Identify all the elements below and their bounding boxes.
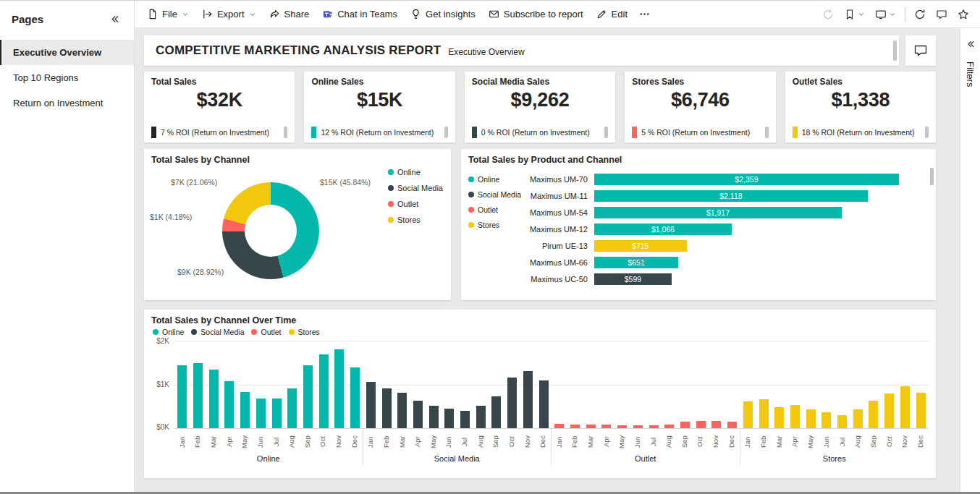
- column-bar[interactable]: [287, 388, 297, 428]
- column-bar[interactable]: [507, 378, 517, 428]
- column-bar[interactable]: [491, 396, 501, 428]
- column-bar[interactable]: [884, 393, 894, 428]
- kpi-card[interactable]: Stores Sales$6,7465 % ROI (Return on Inv…: [625, 72, 775, 142]
- column-bar[interactable]: [570, 425, 580, 428]
- product-chart-scrollbar[interactable]: [930, 168, 934, 185]
- column-bar[interactable]: [193, 363, 203, 428]
- column-bar[interactable]: [821, 412, 831, 428]
- column-bar[interactable]: [397, 393, 407, 428]
- bar[interactable]: $715: [594, 240, 687, 252]
- column-bar[interactable]: [586, 425, 596, 428]
- page-item-0[interactable]: Executive Overview: [0, 40, 134, 65]
- kpi-card-scrollbar[interactable]: [284, 127, 287, 138]
- refresh-button[interactable]: [909, 5, 931, 24]
- bar[interactable]: $599: [594, 273, 672, 285]
- view-button[interactable]: [870, 5, 901, 24]
- column-bar[interactable]: [224, 381, 234, 428]
- title-box-scrollbar[interactable]: [893, 41, 897, 61]
- column-bar[interactable]: [413, 401, 423, 428]
- reset-default-button[interactable]: [817, 5, 839, 24]
- column-bar[interactable]: [633, 425, 643, 428]
- column-bar[interactable]: [916, 393, 926, 428]
- column-bar[interactable]: [680, 422, 690, 428]
- column-bar[interactable]: [743, 401, 753, 428]
- legend-item[interactable]: Stores: [388, 216, 443, 224]
- legend-item[interactable]: Social Media: [388, 184, 443, 192]
- edit-button[interactable]: Edit: [590, 5, 634, 23]
- favorite-button[interactable]: [952, 5, 974, 24]
- column-bar[interactable]: [272, 399, 282, 428]
- bar[interactable]: $1,066: [594, 223, 732, 235]
- donut-chart[interactable]: [222, 182, 319, 279]
- legend-item[interactable]: Online: [468, 175, 526, 184]
- legend-item[interactable]: Stores: [289, 328, 320, 336]
- column-bar[interactable]: [790, 405, 800, 428]
- filters-pane-expand-button[interactable]: [960, 35, 980, 53]
- bar[interactable]: $2,118: [594, 190, 868, 202]
- kpi-card-scrollbar[interactable]: [765, 127, 769, 138]
- column-bar[interactable]: [774, 407, 784, 428]
- column-bar[interactable]: [177, 365, 187, 428]
- bookmarks-button[interactable]: [839, 5, 870, 24]
- legend-item[interactable]: Social Media: [191, 328, 244, 336]
- column-bar[interactable]: [727, 422, 737, 428]
- export-menu-button[interactable]: Export: [195, 5, 263, 23]
- page-item-2[interactable]: Return on Investment: [0, 90, 134, 116]
- column-bar[interactable]: [806, 409, 816, 428]
- legend-item[interactable]: Outlet: [251, 328, 281, 336]
- bar[interactable]: $1,917: [594, 207, 842, 218]
- kpi-card[interactable]: Online Sales$15K12 % ROI (Return on Inve…: [304, 72, 455, 142]
- column-bar[interactable]: [601, 425, 611, 428]
- legend-item[interactable]: Stores: [468, 221, 526, 229]
- column-bar[interactable]: [837, 415, 847, 428]
- column-bar[interactable]: [539, 380, 549, 428]
- report-comment-button[interactable]: [905, 35, 936, 66]
- more-options-button[interactable]: [634, 5, 655, 23]
- legend-item[interactable]: Online: [153, 328, 184, 336]
- kpi-card-scrollbar[interactable]: [444, 127, 448, 138]
- get-insights-button[interactable]: Get insights: [404, 5, 482, 23]
- comments-button[interactable]: [931, 5, 952, 24]
- column-bar[interactable]: [554, 424, 564, 428]
- column-bar[interactable]: [240, 392, 250, 428]
- file-menu-button[interactable]: File: [140, 5, 195, 23]
- kpi-card[interactable]: Social Media Sales$9,2620 % ROI (Return …: [465, 72, 615, 142]
- column-bar[interactable]: [696, 421, 706, 428]
- bar[interactable]: $651: [594, 257, 678, 268]
- kpi-card[interactable]: Outlet Sales$1,33818 % ROI (Return on In…: [785, 72, 936, 142]
- legend-item[interactable]: Outlet: [468, 205, 526, 214]
- column-bar[interactable]: [382, 388, 392, 428]
- column-bar[interactable]: [476, 406, 486, 428]
- kpi-card-scrollbar[interactable]: [925, 127, 929, 138]
- column-bar[interactable]: [366, 382, 376, 428]
- column-bar[interactable]: [523, 371, 533, 428]
- column-bar[interactable]: [429, 406, 439, 428]
- column-bar[interactable]: [350, 367, 360, 428]
- column-bar[interactable]: [900, 386, 910, 428]
- kpi-card-scrollbar[interactable]: [604, 127, 608, 138]
- column-bar[interactable]: [759, 399, 769, 428]
- column-bar[interactable]: [444, 409, 454, 428]
- legend-item[interactable]: Outlet: [388, 200, 443, 208]
- column-bar[interactable]: [853, 409, 863, 428]
- column-bar[interactable]: [664, 425, 674, 428]
- column-bar[interactable]: [303, 365, 313, 428]
- column-bar[interactable]: [256, 399, 266, 428]
- page-item-1[interactable]: Top 10 Regions: [0, 65, 134, 90]
- legend-item[interactable]: Social Media: [468, 190, 526, 199]
- column-bar[interactable]: [209, 370, 219, 428]
- bar[interactable]: $2,359: [594, 174, 899, 185]
- pages-pane-collapse-button[interactable]: [104, 10, 125, 28]
- column-bar[interactable]: [711, 421, 721, 428]
- column-bar[interactable]: [334, 349, 344, 428]
- chat-in-teams-button[interactable]: Chat in Teams: [316, 5, 404, 23]
- subscribe-button[interactable]: Subscribe to report: [482, 5, 590, 23]
- column-bar[interactable]: [649, 425, 659, 428]
- column-bar[interactable]: [617, 425, 627, 428]
- share-button[interactable]: Share: [263, 5, 316, 23]
- kpi-card[interactable]: Total Sales$32K7 % ROI (Return on Invest…: [144, 72, 295, 142]
- column-bar[interactable]: [319, 354, 329, 428]
- column-bar[interactable]: [460, 411, 470, 428]
- column-bar[interactable]: [869, 401, 878, 428]
- legend-item[interactable]: Online: [388, 168, 443, 176]
